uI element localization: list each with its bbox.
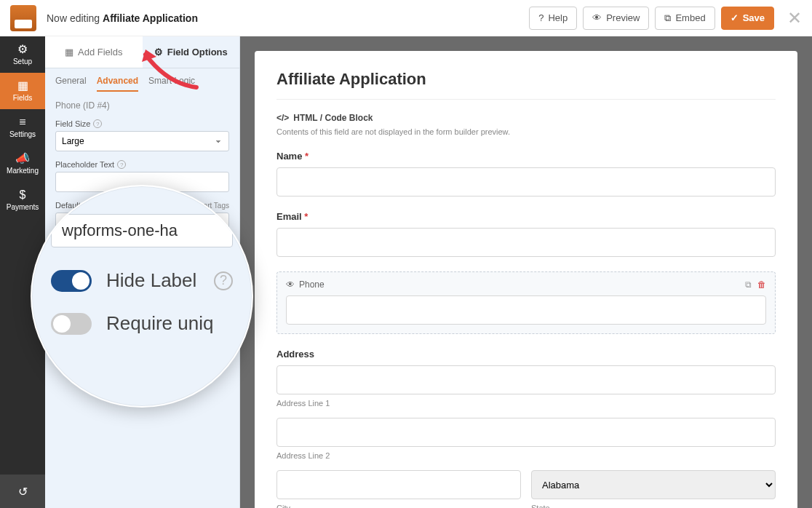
rail-marketing[interactable]: 📣 Marketing: [0, 146, 45, 182]
city-sublabel: City: [276, 504, 521, 508]
name-input[interactable]: [276, 167, 776, 197]
duplicate-icon[interactable]: ⧉: [745, 279, 752, 290]
top-bar: Now editing Affiliate Application ? Help…: [0, 0, 812, 36]
rail-payments[interactable]: $ Payments: [0, 182, 45, 218]
embed-icon: ⧉: [664, 12, 671, 24]
eye-icon: 👁: [592, 12, 602, 23]
rail-setup[interactable]: ⚙ Setup: [0, 36, 45, 73]
check-icon: ✓: [731, 12, 739, 23]
help-button[interactable]: ? Help: [529, 7, 577, 30]
phone-input[interactable]: [286, 295, 766, 325]
rail-fields[interactable]: ▦ Fields: [0, 73, 45, 109]
zoom-lens: Hide Label ? Require uniq: [31, 185, 253, 408]
hide-label-toggle[interactable]: [51, 270, 92, 292]
dollar-icon: $: [20, 189, 26, 201]
field-size-label: Field Size?: [55, 119, 229, 128]
phone-field-block[interactable]: 👁 Phone ⧉ 🗑: [276, 271, 776, 334]
state-select[interactable]: Alabama: [531, 470, 776, 499]
placeholder-label: Placeholder Text?: [55, 160, 229, 169]
eye-off-icon: 👁: [286, 279, 295, 290]
close-icon[interactable]: ✕: [787, 8, 802, 28]
help-icon[interactable]: ?: [214, 271, 233, 290]
form-canvas-wrap: Affiliate Application </> HTML / Code Bl…: [240, 36, 812, 508]
rail-settings[interactable]: ≡ Settings: [0, 109, 45, 146]
field-id-heading: Phone (ID #4): [55, 100, 229, 111]
city-input[interactable]: [276, 470, 521, 499]
state-sublabel: State: [531, 504, 776, 508]
tab-add-fields[interactable]: ▦ Add Fields: [45, 36, 143, 68]
gear-icon: ⚙: [17, 44, 28, 55]
code-block-heading: </> HTML / Code Block: [276, 113, 776, 123]
trash-icon[interactable]: 🗑: [757, 279, 766, 290]
name-label: Name *: [276, 151, 776, 162]
email-input[interactable]: [276, 228, 776, 257]
address-label: Address: [276, 349, 776, 360]
subtab-general[interactable]: General: [55, 76, 87, 92]
history-icon: ↺: [18, 485, 28, 499]
rail-history[interactable]: ↺: [0, 475, 45, 508]
sliders-icon: ≡: [19, 116, 25, 128]
require-unique-toggle[interactable]: [51, 313, 92, 335]
fields-icon: ▦: [17, 80, 28, 92]
code-block-sub: Contents of this field are not displayed…: [276, 127, 776, 136]
field-size-select[interactable]: Large: [55, 131, 229, 151]
address-line2-sublabel: Address Line 2: [276, 451, 776, 460]
help-icon[interactable]: ?: [117, 160, 126, 169]
address-line1-input[interactable]: [276, 365, 776, 394]
grid-icon: ▦: [65, 47, 73, 57]
sliders-icon: ⚙: [154, 47, 163, 57]
form-title: Affiliate Application: [276, 70, 776, 100]
subtab-advanced[interactable]: Advanced: [97, 76, 138, 92]
help-icon[interactable]: ?: [93, 119, 102, 128]
hide-label-text: Hide Label: [106, 269, 196, 292]
require-unique-text: Require uniq: [106, 312, 213, 335]
email-label: Email *: [276, 211, 776, 222]
code-icon: </>: [276, 113, 289, 123]
megaphone-icon: 📣: [15, 153, 30, 164]
embed-button[interactable]: ⧉ Embed: [655, 7, 715, 30]
tab-field-options[interactable]: ⚙ Field Options: [143, 36, 240, 68]
css-classes-input[interactable]: [51, 214, 233, 247]
preview-button[interactable]: 👁 Preview: [583, 7, 649, 30]
now-editing-label: Now editing Affiliate Application: [47, 12, 198, 24]
save-button[interactable]: ✓ Save: [721, 7, 774, 30]
subtab-smart-logic[interactable]: Smart Logic: [148, 76, 195, 92]
help-icon: ?: [538, 12, 544, 23]
wpforms-logo: [10, 5, 36, 31]
address-line2-input[interactable]: [276, 418, 776, 447]
phone-label: Phone: [299, 279, 325, 290]
address-line1-sublabel: Address Line 1: [276, 399, 776, 408]
form-canvas: Affiliate Application </> HTML / Code Bl…: [255, 51, 797, 508]
